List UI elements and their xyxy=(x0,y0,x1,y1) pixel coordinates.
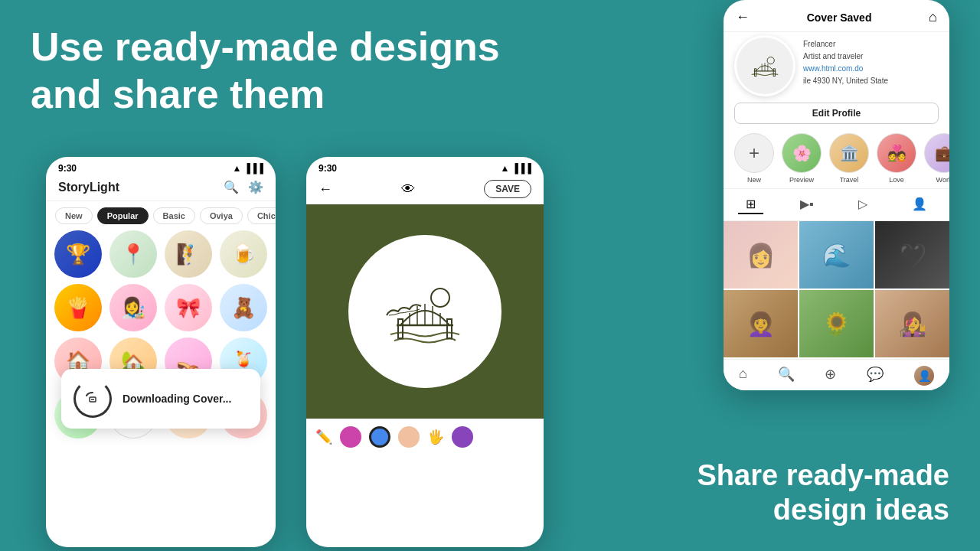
tab-video-icon[interactable]: ▷ xyxy=(851,195,875,214)
color-purple-dark[interactable] xyxy=(340,426,361,448)
sticker-3[interactable]: 🧗 xyxy=(165,230,212,278)
headline-line1: Use ready-made designs xyxy=(31,23,500,70)
photo-5[interactable]: 🌻 xyxy=(799,290,874,357)
sticker-6[interactable]: 👩‍🎨 xyxy=(109,284,157,331)
save-button[interactable]: SAVE xyxy=(484,180,531,198)
eye-icon[interactable]: 👁 xyxy=(401,181,415,197)
photo-1-inner: 👩 xyxy=(724,221,798,289)
mid-signal-icons: ▲ ▐▐▐ xyxy=(501,163,531,174)
mid-status-bar: 9:30 ▲ ▐▐▐ xyxy=(306,157,544,177)
nav-profile-icon[interactable]: 👤 xyxy=(914,366,934,386)
story-add-button[interactable]: + xyxy=(734,133,774,173)
story-travel: 🏛️ Travel xyxy=(829,133,869,184)
sticker-8[interactable]: 🧸 xyxy=(220,284,267,331)
right-phone: ← Cover Saved ⌂ Frelancer Artist and tra… xyxy=(724,0,949,390)
color-purple[interactable] xyxy=(452,426,473,448)
story-work-label: Work xyxy=(936,176,949,184)
photo-6-inner: 👩‍🎤 xyxy=(875,290,949,357)
mid-phone: 9:30 ▲ ▐▐▐ ← 👁 SAVE xyxy=(306,157,544,547)
ig-bio-line1: Frelancer xyxy=(803,38,888,51)
ig-header: ← Cover Saved ⌂ xyxy=(724,0,949,32)
photo-3[interactable]: 🖤 xyxy=(875,221,949,289)
story-love-label: Love xyxy=(889,176,904,184)
mid-time: 9:30 xyxy=(318,163,337,174)
search-icon[interactable]: 🔍 xyxy=(224,180,239,194)
left-app-title: StoryLight xyxy=(58,181,119,194)
download-spinner xyxy=(74,380,112,418)
ig-back-icon[interactable]: ← xyxy=(736,9,750,25)
left-app-header: StoryLight 🔍 ⚙️ xyxy=(46,177,276,201)
tab-reels-icon[interactable]: ▶▪ xyxy=(792,195,822,214)
editor-toolbar: ✏️ 🖐️ xyxy=(306,419,544,455)
mid-signal-icon: ▐▐▐ xyxy=(511,163,531,174)
ig-bio-location: ile 4930 NY, United State xyxy=(803,75,888,87)
sticker-7[interactable]: 🎀 xyxy=(165,284,212,331)
story-work-circle[interactable]: 💼 xyxy=(924,133,949,173)
pill-basic[interactable]: Basic xyxy=(153,207,195,224)
download-text: Downloading Cover... xyxy=(122,393,231,405)
ig-bio-link[interactable]: www.html.com.do xyxy=(803,63,888,75)
photo-3-inner: 🖤 xyxy=(875,221,949,289)
editor-circle xyxy=(348,235,501,388)
story-travel-circle[interactable]: 🏛️ xyxy=(829,133,869,173)
story-preview-circle[interactable]: 🌸 xyxy=(782,133,822,173)
story-preview: 🌸 Preview xyxy=(782,133,822,184)
tab-tagged-icon[interactable]: 👤 xyxy=(904,195,935,214)
left-phone: 9:30 ▲ ▐▐▐ StoryLight 🔍 ⚙️ New Popular B… xyxy=(46,157,276,547)
ig-avatar[interactable] xyxy=(734,35,795,96)
settings-icon[interactable]: ⚙️ xyxy=(248,180,263,194)
ig-tab-row: ⊞ ▶▪ ▷ 👤 xyxy=(724,188,949,221)
pill-chic[interactable]: Chic xyxy=(247,207,276,224)
category-pills: New Popular Basic Oviya Chic xyxy=(46,201,276,230)
editor-canvas xyxy=(306,204,544,419)
pill-new[interactable]: New xyxy=(55,207,93,224)
photo-5-inner: 🌻 xyxy=(799,290,874,357)
left-status-bar: 9:30 ▲ ▐▐▐ xyxy=(46,157,276,177)
pill-oviya[interactable]: Oviya xyxy=(200,207,243,224)
story-travel-label: Travel xyxy=(840,176,859,184)
sticker-grid-mid: 🍟 👩‍🎨 🎀 🧸 xyxy=(46,284,276,331)
edit-profile-button[interactable]: Edit Profile xyxy=(734,103,939,124)
left-time: 9:30 xyxy=(58,163,77,174)
svg-rect-3 xyxy=(447,319,452,338)
nav-home-icon[interactable]: ⌂ xyxy=(739,366,747,386)
tab-grid-icon[interactable]: ⊞ xyxy=(738,195,763,214)
sticker-2[interactable]: 📍 xyxy=(109,230,157,278)
photo-2[interactable]: 🌊 xyxy=(799,221,874,289)
sticker-grid-top: 🏆 📍 🧗 🍺 xyxy=(46,230,276,278)
sticker-1[interactable]: 🏆 xyxy=(54,230,102,278)
nav-search-icon[interactable]: 🔍 xyxy=(778,366,795,386)
svg-point-10 xyxy=(431,289,449,307)
story-work: 💼 Work xyxy=(924,133,949,184)
ig-photo-grid: 👩 🌊 🖤 👩‍🦱 🌻 👩‍🎤 xyxy=(724,221,949,357)
story-love: 💑 Love xyxy=(877,133,916,184)
sticker-5[interactable]: 🍟 xyxy=(54,284,102,331)
mid-wifi-icon: ▲ xyxy=(501,163,510,174)
pill-popular[interactable]: Popular xyxy=(97,207,149,224)
nav-add-icon[interactable]: ⊕ xyxy=(825,366,836,386)
bottom-text-line1: Share ready-made xyxy=(697,458,950,494)
ig-bio-text: Frelancer Artist and traveler www.html.c… xyxy=(803,38,888,87)
story-new: + New xyxy=(734,133,774,184)
signal-icon: ▐▐▐ xyxy=(243,163,263,174)
photo-6[interactable]: 👩‍🎤 xyxy=(875,290,949,357)
bottom-text: Share ready-made design ideas xyxy=(697,458,950,528)
avatar-bridge-icon xyxy=(746,50,784,82)
story-love-circle[interactable]: 💑 xyxy=(877,133,916,173)
bottom-text-line2: design ideas xyxy=(697,493,950,528)
ig-home-icon[interactable]: ⌂ xyxy=(929,9,937,25)
back-arrow-icon[interactable]: ← xyxy=(318,181,332,197)
hand-tool[interactable]: 🖐️ xyxy=(427,429,444,445)
color-peach[interactable] xyxy=(398,426,420,448)
color-blue[interactable] xyxy=(369,426,390,448)
photo-2-inner: 🌊 xyxy=(799,221,874,289)
photo-4[interactable]: 👩‍🦱 xyxy=(724,290,798,357)
photo-1[interactable]: 👩 xyxy=(724,221,798,289)
ig-edit-section: Edit Profile xyxy=(724,99,949,129)
photo-4-inner: 👩‍🦱 xyxy=(724,290,798,357)
ig-bottom-nav: ⌂ 🔍 ⊕ 💬 👤 xyxy=(724,359,949,390)
pencil-tool[interactable]: ✏️ xyxy=(315,429,332,445)
sticker-4[interactable]: 🍺 xyxy=(220,230,267,278)
nav-activity-icon[interactable]: 💬 xyxy=(867,366,884,386)
story-preview-label: Preview xyxy=(789,176,814,184)
